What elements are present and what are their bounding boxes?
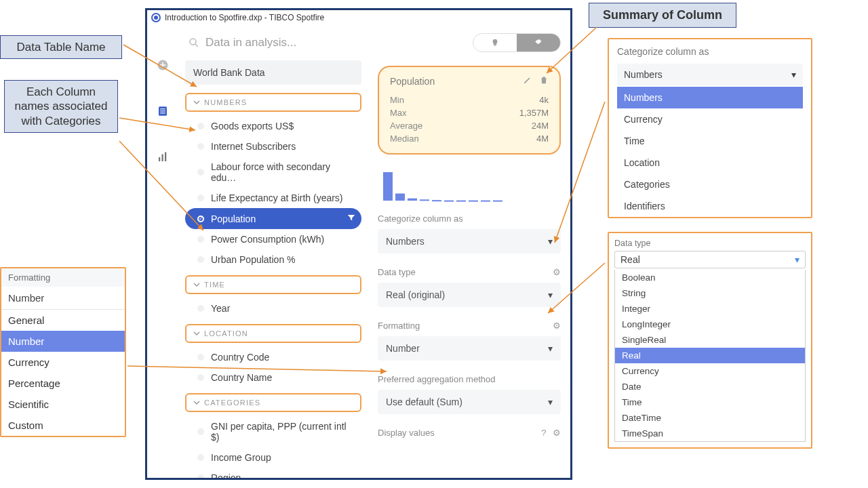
option-item[interactable]: General: [1, 310, 125, 331]
option-item[interactable]: Integer: [615, 301, 805, 317]
select-value: Use default (Sum): [386, 396, 462, 407]
column-label: Income Group: [211, 452, 271, 463]
filter-icon[interactable]: [347, 213, 356, 224]
popout-select[interactable]: Number: [1, 287, 125, 309]
formatting-select[interactable]: Number ▾: [378, 336, 561, 361]
settings-toggle[interactable]: [517, 34, 560, 52]
gear-icon[interactable]: ⚙: [553, 428, 561, 438]
option-item[interactable]: Date: [615, 379, 805, 394]
search-input[interactable]: Data in analysis...: [185, 32, 361, 56]
svg-rect-18: [469, 201, 478, 202]
left-rail: [147, 25, 178, 478]
option-item[interactable]: Boolean: [615, 270, 805, 285]
option-item[interactable]: Number: [1, 331, 125, 352]
categorize-select[interactable]: Numbers ▾: [378, 229, 561, 253]
option-item[interactable]: Percentage: [1, 373, 125, 394]
option-item[interactable]: Currency: [617, 108, 803, 130]
chevron-down-icon: ▾: [548, 289, 553, 300]
chevron-down-icon: ▾: [548, 343, 553, 354]
column-label: Life Expectancy at Birth (years): [211, 192, 343, 203]
option-item[interactable]: Custom: [1, 415, 125, 436]
column-item-selected[interactable]: Population: [185, 208, 361, 229]
gear-icon[interactable]: ⚙: [553, 321, 561, 331]
popout-title: Categorize column as: [617, 46, 803, 57]
popout-select[interactable]: Real ▾: [614, 251, 806, 268]
svg-rect-3: [160, 110, 165, 111]
column-item[interactable]: Goods exports US$: [185, 116, 361, 136]
aggregation-label: Preferred aggregation method: [378, 374, 561, 384]
column-item[interactable]: Urban Population %: [185, 249, 361, 270]
option-item[interactable]: LongInteger: [615, 317, 805, 332]
category-header-time[interactable]: TIME: [185, 275, 361, 294]
option-item[interactable]: Time: [617, 130, 803, 152]
window-title: Introduction to Spotfire.dxp - TIBCO Spo…: [165, 13, 324, 22]
svg-point-8: [190, 39, 196, 45]
column-item[interactable]: Labour force with secondary edu…: [185, 157, 361, 188]
insight-toggle[interactable]: [473, 34, 517, 52]
option-item[interactable]: Location: [617, 152, 803, 174]
formatting-popout: Formatting Number GeneralNumberCurrencyP…: [0, 267, 126, 437]
option-item[interactable]: SingleReal: [615, 332, 805, 348]
category-header-categories[interactable]: CATEGORIES: [185, 393, 361, 412]
stat-label: Median: [390, 134, 419, 144]
option-item[interactable]: TimeSpan: [615, 426, 805, 441]
details-panel: Population Min4k Max1,357M Average24M Me…: [368, 25, 570, 478]
option-item[interactable]: Currency: [1, 352, 125, 373]
edit-icon[interactable]: [523, 75, 532, 87]
callout-data-table-name: Data Table Name: [0, 35, 122, 59]
datatype-select[interactable]: Real (original) ▾: [378, 283, 561, 307]
option-item[interactable]: Currency: [615, 363, 805, 379]
select-value: Numbers: [624, 69, 663, 80]
column-item[interactable]: Region: [185, 468, 361, 478]
data-table-name[interactable]: World Bank Data: [185, 60, 361, 85]
aggregation-select[interactable]: Use default (Sum) ▾: [378, 390, 561, 414]
gear-icon[interactable]: ⚙: [553, 267, 561, 277]
option-item[interactable]: Categories: [617, 174, 803, 195]
select-value: Numbers: [386, 236, 425, 247]
lightbulb-icon: [490, 38, 500, 47]
option-item[interactable]: String: [615, 285, 805, 301]
column-item[interactable]: Country Name: [185, 367, 361, 388]
chevron-down-icon: [193, 399, 200, 406]
delete-icon[interactable]: [539, 75, 549, 87]
option-item[interactable]: Numbers: [617, 87, 803, 108]
select-value: Real: [620, 254, 640, 265]
chevron-down-icon: ▾: [548, 396, 553, 407]
svg-rect-20: [493, 201, 502, 202]
category-label: TIME: [204, 281, 225, 289]
svg-rect-11: [383, 172, 393, 201]
search-icon: [188, 37, 200, 49]
callout-summary-of-column: Summary of Column: [589, 3, 736, 28]
data-panel-icon[interactable]: [157, 105, 169, 117]
category-label: NUMBERS: [204, 98, 247, 106]
category-header-location[interactable]: LOCATION: [185, 324, 361, 343]
option-item[interactable]: Real: [615, 348, 805, 363]
callout-column-categories: Each Column names associated with Catego…: [4, 80, 118, 133]
column-item[interactable]: Income Group: [185, 447, 361, 468]
column-item[interactable]: Life Expectancy at Birth (years): [185, 188, 361, 208]
column-item[interactable]: Power Consumption (kWh): [185, 229, 361, 249]
chevron-down-icon: ▾: [795, 254, 800, 265]
popout-title: Formatting: [1, 268, 125, 287]
option-item[interactable]: DateTime: [615, 410, 805, 426]
chevron-down-icon: [193, 330, 200, 337]
popout-select[interactable]: Numbers ▾: [617, 64, 803, 85]
svg-rect-9: [494, 45, 496, 46]
stat-label: Average: [390, 121, 422, 131]
column-item[interactable]: Country Code: [185, 347, 361, 367]
chevron-down-icon: [193, 281, 200, 288]
option-item[interactable]: Identifiers: [617, 195, 803, 217]
add-icon[interactable]: [157, 59, 169, 71]
column-item[interactable]: Internet Subscribers: [185, 136, 361, 157]
column-item[interactable]: Year: [185, 298, 361, 319]
column-label: Power Consumption (kWh): [211, 234, 324, 245]
category-header-numbers[interactable]: NUMBERS: [185, 93, 361, 112]
visualizations-icon[interactable]: [157, 151, 169, 163]
column-item[interactable]: GNI per capita, PPP (current intl $): [185, 416, 361, 447]
option-item[interactable]: Time: [615, 394, 805, 410]
help-icon[interactable]: ?: [541, 428, 546, 438]
svg-rect-12: [395, 194, 405, 201]
svg-rect-16: [444, 201, 454, 202]
option-item[interactable]: Scientific: [1, 394, 125, 415]
panel-mode-toggle[interactable]: [473, 33, 561, 52]
